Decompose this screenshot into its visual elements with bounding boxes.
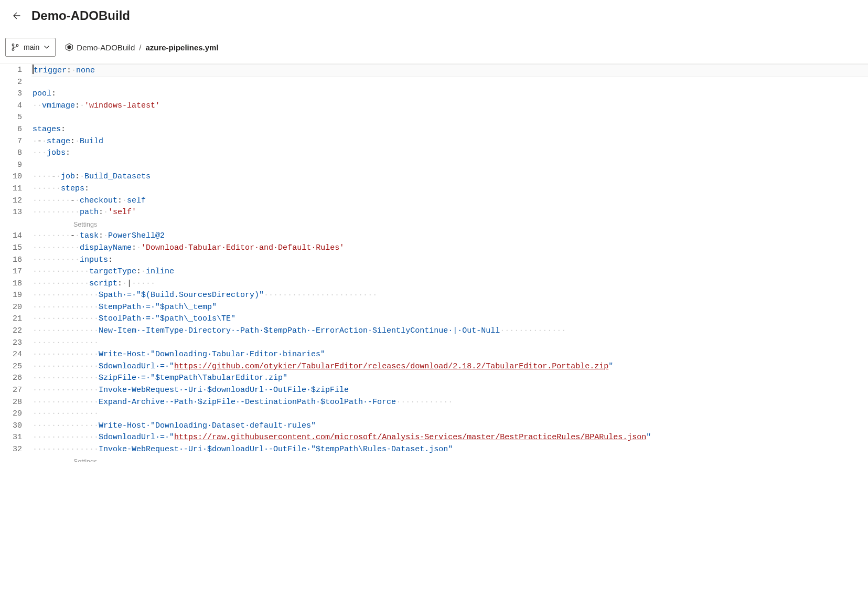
code-line[interactable] — [31, 160, 868, 172]
code-line[interactable]: stages: — [31, 124, 868, 136]
code-line[interactable]: ··············Write-Host·"Downloading·Ta… — [31, 349, 868, 361]
line-number: 11 — [0, 183, 22, 195]
line-number: 16 — [0, 254, 22, 267]
code-line[interactable]: ··vmimage:·'windows-latest' — [31, 100, 868, 112]
code-line[interactable]: ············targetType:·inline — [31, 266, 868, 278]
code-line[interactable]: ··········displayName:·'Download·Tabular… — [31, 242, 868, 254]
code-lens-settings[interactable]: Settings — [73, 456, 97, 462]
line-number: 17 — [0, 266, 22, 278]
line-number: 12 — [0, 195, 22, 207]
svg-marker-4 — [68, 45, 71, 49]
line-number: 10 — [0, 171, 22, 183]
line-number: 20 — [0, 302, 22, 314]
code-line[interactable]: ··············Invoke-WebRequest·-Uri·$do… — [31, 444, 868, 456]
line-number: 31 — [0, 432, 22, 444]
line-number-gutter: 1234567891011121314151617181920212223242… — [0, 63, 31, 462]
code-line[interactable]: ··············$downloadUrl·=·"https://ra… — [31, 432, 868, 444]
line-number: 19 — [0, 290, 22, 302]
code-line[interactable]: ··············$zipFile·=·"$tempPath\Tabu… — [31, 373, 868, 385]
svg-point-2 — [16, 45, 18, 47]
line-number: 28 — [0, 397, 22, 409]
line-number: 9 — [0, 160, 22, 172]
page-title: Demo-ADOBuild — [31, 8, 130, 23]
code-line[interactable]: ··············New-Item·-ItemType·Directo… — [31, 325, 868, 337]
line-number: 15 — [0, 242, 22, 254]
code-line[interactable]: trigger:·none — [31, 65, 868, 77]
line-number: 8 — [0, 147, 22, 160]
line-number: 3 — [0, 88, 22, 100]
code-line[interactable]: ········-·task:·PowerShell@2 — [31, 230, 868, 242]
back-button[interactable] — [8, 7, 25, 24]
code-line[interactable]: ··············$path·=·"$(Build.SourcesDi… — [31, 290, 868, 302]
code-line[interactable] — [31, 112, 868, 124]
arrow-left-icon — [13, 12, 21, 20]
code-line[interactable]: ··········path:·'self' — [31, 207, 868, 219]
line-number: 6 — [0, 124, 22, 136]
line-number: 13 — [0, 207, 22, 219]
line-number: 22 — [0, 325, 22, 337]
breadcrumb-repo[interactable]: Demo-ADOBuild — [65, 43, 135, 52]
line-number: 5 — [0, 112, 22, 124]
code-line[interactable]: ··············$tempPath·=·"$path\_temp" — [31, 302, 868, 314]
line-number: 4 — [0, 100, 22, 112]
code-line[interactable]: ·-·stage:·Build — [31, 136, 868, 148]
code-line[interactable]: ············script:·|····· — [31, 278, 868, 290]
code-editor[interactable]: 1234567891011121314151617181920212223242… — [0, 63, 868, 462]
code-lens-settings[interactable]: Settings — [73, 219, 97, 231]
code-line[interactable]: ·············· — [31, 408, 868, 420]
code-line[interactable]: ···jobs: — [31, 147, 868, 160]
code-line[interactable]: ··············Invoke-WebRequest·-Uri·$do… — [31, 385, 868, 397]
code-content[interactable]: trigger:·nonepool:··vmimage:·'windows-la… — [31, 63, 868, 462]
line-number: 26 — [0, 373, 22, 385]
line-number: 18 — [0, 278, 22, 290]
line-number: 21 — [0, 313, 22, 325]
code-line[interactable]: ··············$downloadUrl·=·"https://gi… — [31, 361, 868, 373]
repo-icon — [65, 43, 73, 51]
breadcrumb-file[interactable]: azure-pipelines.yml — [145, 43, 218, 52]
line-number: 14 — [0, 230, 22, 242]
chevron-down-icon — [44, 44, 50, 50]
line-number: 7 — [0, 136, 22, 148]
branch-icon — [11, 43, 19, 51]
code-line[interactable]: ······steps: — [31, 183, 868, 195]
code-line[interactable]: ········-·checkout:·self — [31, 195, 868, 207]
line-number: 25 — [0, 361, 22, 373]
code-line[interactable]: ··············$toolPath·=·"$path\_tools\… — [31, 313, 868, 325]
breadcrumb-repo-label: Demo-ADOBuild — [77, 43, 135, 52]
line-number: 2 — [0, 77, 22, 89]
branch-selector[interactable]: main — [5, 38, 56, 57]
code-line[interactable]: ··········inputs: — [31, 254, 868, 267]
svg-point-1 — [12, 49, 14, 51]
line-number: 27 — [0, 385, 22, 397]
code-line[interactable]: ··············Expand-Archive·-Path·$zipF… — [31, 397, 868, 409]
line-number: 1 — [0, 65, 22, 77]
code-line[interactable]: pool: — [31, 88, 868, 100]
svg-point-0 — [12, 44, 14, 46]
line-number: 24 — [0, 349, 22, 361]
line-number: 30 — [0, 420, 22, 432]
line-number: 29 — [0, 408, 22, 420]
breadcrumb-separator: / — [139, 43, 141, 52]
page-header: Demo-ADOBuild — [0, 0, 868, 33]
code-line[interactable]: ·············· — [31, 337, 868, 349]
code-line[interactable] — [31, 77, 868, 89]
line-number: 23 — [0, 337, 22, 349]
code-line[interactable]: ····-·job:·Build_Datasets — [31, 171, 868, 183]
code-line[interactable]: ··············Write-Host·"Downloading·Da… — [31, 420, 868, 432]
branch-name: main — [24, 43, 39, 51]
line-number: 32 — [0, 444, 22, 456]
editor-toolbar: main Demo-ADOBuild / azure-pipelines.yml — [0, 33, 868, 63]
breadcrumb: Demo-ADOBuild / azure-pipelines.yml — [65, 43, 218, 52]
